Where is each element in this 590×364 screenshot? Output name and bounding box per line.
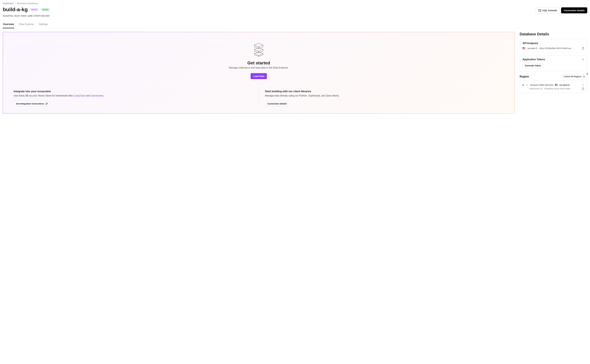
region-card: aws Amazon Web Services us-east-2 Datace… — [520, 81, 587, 93]
terminal-icon — [538, 9, 541, 12]
build-body: Manage data directly using our Python, T… — [265, 94, 504, 98]
svg-rect-0 — [583, 48, 584, 49]
status-badge: Active — [41, 8, 50, 11]
endpoint-url: https://62da4fae-0e33-44e8-aa... — [539, 47, 580, 50]
svg-rect-6 — [583, 88, 584, 90]
breadcrumb-separator: / — [15, 2, 15, 5]
provider-name: Amazon Web Services — [530, 84, 553, 86]
database-id: 62da4fae-0e33-44e8-aa88-bf04fc9bc4e0 — [3, 15, 50, 17]
status-dot-icon — [523, 84, 524, 86]
load-data-button[interactable]: Load Data — [251, 73, 267, 79]
endpoint-region: us-east-2 — [527, 47, 537, 50]
datacenter-id-value: 62da4fae-0e33-44e8-aa88-... — [544, 87, 572, 90]
api-endpoint-heading: API Endpoint — [523, 42, 584, 45]
kebab-menu-icon[interactable] — [582, 84, 584, 86]
cql-console-label: CQL Console — [542, 9, 557, 12]
breadcrumb-current: Serverless Databases — [17, 2, 38, 5]
integrate-title: Integrate into your ecosystem — [14, 90, 253, 93]
lock-icon — [583, 75, 585, 78]
svg-point-3 — [583, 84, 584, 84]
langchain-link[interactable]: LangChain — [73, 94, 85, 97]
unlock-all-regions-button[interactable]: Unlock All Regions — [562, 74, 587, 79]
connection-details-button[interactable]: Connection Details — [561, 7, 587, 13]
svg-point-5 — [583, 85, 584, 86]
get-started-card: Get started Manage collections and load … — [3, 32, 515, 114]
hero-title: Get started — [247, 60, 270, 65]
tab-overview[interactable]: Overview — [3, 21, 14, 28]
integration-instructions-button[interactable]: Get Integration Instructions — [14, 101, 50, 106]
cql-console-button[interactable]: CQL Console — [536, 7, 560, 13]
aws-logo-icon: aws — [525, 84, 529, 86]
header-left: build-a-kg Vector Active 62da4fae-0e33-4… — [3, 6, 50, 17]
tab-settings[interactable]: Settings — [39, 21, 48, 28]
copy-icon[interactable] — [582, 47, 584, 50]
copy-icon[interactable] — [582, 87, 584, 90]
generate-token-button[interactable]: Generate Token — [523, 63, 543, 68]
us-flag-icon — [523, 47, 525, 49]
database-name: build-a-kg — [3, 6, 28, 13]
column-divider — [259, 90, 259, 106]
integrate-column: Integrate into your ecosystem Use Astra … — [14, 90, 253, 106]
hero-subtitle: Manage collections and load data in the … — [229, 66, 289, 69]
svg-point-1 — [583, 59, 584, 60]
application-tokens-card: Application Tokens Generate Token — [520, 55, 587, 71]
integrate-body: Use Astra DB as your Vector Store for fr… — [14, 94, 253, 98]
us-flag-icon — [555, 84, 558, 86]
llamaindex-link[interactable]: LlamaIndex — [91, 94, 104, 97]
build-title: Start building with our client libraries — [265, 90, 504, 93]
build-column: Start building with our client libraries… — [265, 90, 504, 106]
gear-icon[interactable] — [582, 58, 584, 61]
type-badge: Vector — [29, 8, 39, 11]
database-stack-icon — [253, 43, 264, 57]
datacenter-id-label: Datacenter ID: — [529, 87, 543, 90]
api-endpoint-card: API Endpoint us-east-2 https://62da4fae-… — [520, 39, 587, 52]
database-details-title: Database Details — [520, 32, 587, 36]
breadcrumb: Dashboard / Serverless Databases — [3, 2, 587, 5]
breadcrumb-root-link[interactable]: Dashboard — [3, 2, 13, 5]
region-name: us-east-2 — [559, 84, 569, 86]
tabs: Overview Data Explorer Settings — [3, 21, 587, 28]
connection-details-button-hero[interactable]: Connection Details — [265, 101, 289, 106]
notification-dot-icon — [587, 73, 588, 75]
region-heading: Region — [520, 75, 529, 78]
tab-data-explorer[interactable]: Data Explorer — [19, 21, 34, 28]
svg-point-4 — [583, 85, 584, 85]
application-tokens-heading: Application Tokens — [523, 58, 545, 61]
external-link-icon — [45, 103, 48, 105]
svg-rect-2 — [584, 76, 585, 78]
